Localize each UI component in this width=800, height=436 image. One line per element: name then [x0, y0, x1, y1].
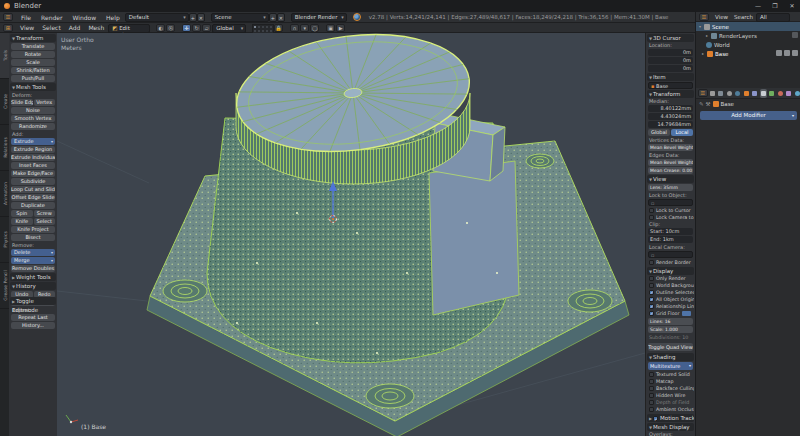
- repeat-last-button[interactable]: Repeat Last: [11, 314, 55, 321]
- clip-start-field[interactable]: Start: 10cm: [648, 228, 693, 235]
- rotate-button[interactable]: Rotate: [11, 51, 55, 58]
- median-y-field[interactable]: 4.43024mm: [648, 113, 693, 120]
- orientation-dropdown[interactable]: Global▾: [212, 24, 246, 33]
- render-engine-dropdown[interactable]: Blender Render▾: [291, 13, 347, 22]
- extrude-region-button[interactable]: Extrude Region: [11, 146, 55, 153]
- panel-3d-cursor[interactable]: ▼3D Cursor: [647, 34, 694, 42]
- item-name-field[interactable]: ▪ Base: [648, 82, 693, 89]
- panel-operator-redo[interactable]: ▶Toggle Editmode: [10, 297, 56, 305]
- mean-bevel-weight2-slider[interactable]: Mean Bevel Weight: 0.00: [648, 159, 693, 166]
- tab-material[interactable]: [777, 89, 785, 98]
- snap-magnet-icon[interactable]: ∩: [290, 24, 299, 32]
- world-background-row[interactable]: World Background: [647, 282, 694, 289]
- outline-selected-row[interactable]: Outline Selected: [647, 289, 694, 296]
- cursor-y-field[interactable]: 0m: [648, 57, 693, 64]
- local-camera-field[interactable]: ▫: [648, 251, 693, 258]
- menu-render[interactable]: Render: [36, 12, 67, 23]
- renderlayer-toggle-icon[interactable]: [792, 32, 798, 38]
- tab-data[interactable]: [768, 89, 776, 98]
- grid-lines-field[interactable]: Lines: 16: [648, 318, 693, 325]
- render-border-row[interactable]: Render Border: [647, 259, 694, 266]
- tab-physics[interactable]: [794, 89, 800, 98]
- panel-mesh-display[interactable]: ▼Mesh Display: [647, 423, 694, 431]
- manipulator-scale-icon[interactable]: ▱: [202, 24, 211, 32]
- mode-dropdown[interactable]: ◩ Edit Mode▾: [108, 24, 150, 33]
- visibility-eye-icon[interactable]: [776, 50, 782, 56]
- repeat-history-button[interactable]: History...: [11, 322, 55, 329]
- minimize-button[interactable]: —: [750, 0, 766, 12]
- knife-select-button[interactable]: Select: [34, 218, 56, 225]
- tab-world[interactable]: [734, 89, 742, 98]
- proportional-edit-dropdown[interactable]: ◯: [310, 24, 319, 32]
- translate-button[interactable]: Translate: [11, 43, 55, 50]
- depth-of-field-row[interactable]: Depth of Field: [647, 399, 694, 406]
- outliner-editor-icon[interactable]: ☰: [699, 13, 709, 21]
- screen-layout-dropdown[interactable]: Default▾: [125, 13, 189, 22]
- mean-crease-slider[interactable]: Mean Crease: 0.00: [648, 167, 693, 174]
- slide-edge-button[interactable]: Slide Edge: [11, 99, 33, 106]
- tab-relations[interactable]: Relations: [0, 125, 9, 171]
- tab-scene[interactable]: [726, 89, 734, 98]
- local-toggle[interactable]: Local: [671, 129, 693, 136]
- outliner-row-base[interactable]: ▸ Base: [696, 49, 800, 58]
- snap-element-dropdown[interactable]: ▾: [300, 24, 309, 32]
- lock-camera-row[interactable]: Lock Camera to View: [647, 214, 694, 221]
- panel-history[interactable]: ▼History: [10, 282, 56, 290]
- delete-menu-button[interactable]: Delete▾: [11, 249, 55, 256]
- manipulator-rotate-icon[interactable]: ↻: [192, 24, 201, 32]
- toggle-quad-view-button[interactable]: Toggle Quad View: [648, 343, 693, 351]
- extrude-menu-button[interactable]: Extrude▾: [11, 138, 55, 145]
- info-editor-icon[interactable]: ☰: [3, 13, 13, 21]
- tab-tools[interactable]: Tools: [0, 33, 9, 79]
- menu-file[interactable]: File: [16, 12, 36, 23]
- loop-cut-slide-button[interactable]: Loop Cut and Slide: [11, 186, 55, 193]
- bisect-button[interactable]: Bisect: [11, 234, 55, 241]
- median-x-field[interactable]: 8.40122mm: [648, 105, 693, 112]
- panel-shading[interactable]: ▼Shading: [647, 353, 694, 361]
- properties-editor-icon[interactable]: ☰: [698, 89, 708, 97]
- tab-animation[interactable]: Animation: [0, 171, 9, 217]
- cursor-z-field[interactable]: 0m: [648, 65, 693, 72]
- push-pull-button[interactable]: Push/Pull: [11, 75, 55, 82]
- duplicate-button[interactable]: Duplicate: [11, 202, 55, 209]
- panel-weight-tools[interactable]: ▶Weight Tools: [10, 273, 56, 281]
- add-layout-button[interactable]: +: [189, 13, 197, 22]
- menu-window[interactable]: Window: [67, 12, 101, 23]
- scale-button[interactable]: Scale: [11, 59, 55, 66]
- make-edge-face-button[interactable]: Make Edge/Face: [11, 170, 55, 177]
- shading-mode-dropdown[interactable]: Multitexture▾: [648, 362, 693, 370]
- panel-view[interactable]: ▼View: [647, 175, 694, 183]
- extrude-individual-button[interactable]: Extrude Individual: [11, 154, 55, 161]
- lock-icon[interactable]: 🔒: [274, 24, 283, 32]
- add-scene-button[interactable]: +: [269, 13, 277, 22]
- outliner-row-world[interactable]: World: [696, 40, 800, 49]
- panel-display[interactable]: ▼Display: [647, 267, 694, 275]
- textured-solid-row[interactable]: Textured Solid: [647, 371, 694, 378]
- subdivide-button[interactable]: Subdivide: [11, 178, 55, 185]
- outliner-row-scene[interactable]: ▾ Scene: [696, 22, 800, 31]
- merge-menu-button[interactable]: Merge▾: [11, 257, 55, 264]
- cursor-x-field[interactable]: 0m: [648, 49, 693, 56]
- backface-culling-row[interactable]: Backface Culling: [647, 385, 694, 392]
- lens-slider[interactable]: Lens: 35mm: [648, 184, 693, 191]
- pivot-center-dropdown[interactable]: ⦿: [166, 24, 175, 32]
- viewport-3d[interactable]: User Ortho Meters (1) Base: [57, 33, 645, 436]
- outliner-display-mode-dropdown[interactable]: All Scenes▾: [756, 13, 790, 22]
- tab-create[interactable]: Create: [0, 79, 9, 125]
- lock-to-cursor-row[interactable]: Lock to Cursor: [647, 207, 694, 214]
- tab-texture[interactable]: [785, 89, 793, 98]
- panel-transform[interactable]: ▼Transform: [10, 34, 56, 42]
- vertex-slide-button[interactable]: Vertex: [34, 99, 56, 106]
- viewport-shading-dropdown[interactable]: ◐: [156, 24, 165, 32]
- offset-edge-slide-button[interactable]: Offset Edge Slide: [11, 194, 55, 201]
- tab-render[interactable]: [709, 89, 717, 98]
- randomize-button[interactable]: Randomize: [11, 123, 55, 130]
- remove-doubles-button[interactable]: Remove Doubles: [11, 265, 55, 272]
- maximize-button[interactable]: ❐: [767, 0, 783, 12]
- grid-scale-field[interactable]: Scale: 1.000: [648, 326, 693, 333]
- tab-grease-pencil[interactable]: Grease Pencil: [0, 263, 9, 309]
- view3d-editor-icon[interactable]: ⊞: [3, 24, 13, 32]
- layers-widget[interactable]: [252, 24, 274, 32]
- tab-physics[interactable]: Physics: [0, 217, 9, 263]
- tab-modifiers[interactable]: [760, 89, 768, 98]
